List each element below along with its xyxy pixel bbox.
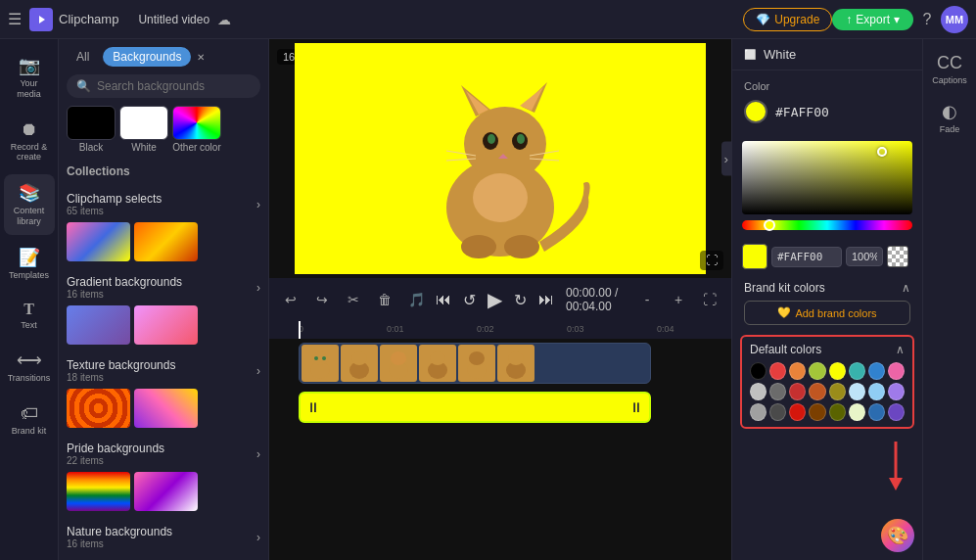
timeline-area: 0 0:01 0:02 0:03 0:04 0:05 0:0: bbox=[269, 321, 731, 560]
color-dot[interactable] bbox=[769, 362, 786, 380]
play-button[interactable]: ▶ bbox=[488, 288, 502, 311]
zoom-out-button[interactable]: - bbox=[633, 286, 661, 313]
expand-button[interactable]: ⛶ bbox=[700, 251, 723, 270]
color-dot[interactable] bbox=[789, 383, 806, 400]
bg-option-other[interactable]: Other color bbox=[172, 106, 221, 153]
hex-input[interactable] bbox=[771, 247, 842, 267]
upgrade-button[interactable]: 💎 Upgrade bbox=[743, 8, 832, 31]
collection-nature[interactable]: Nature backgrounds 16 items › bbox=[59, 519, 268, 555]
opacity-input[interactable] bbox=[846, 247, 883, 266]
tab-backgrounds-close[interactable]: ✕ bbox=[197, 47, 205, 67]
collection-texture[interactable]: Texture backgrounds 18 items › bbox=[59, 352, 268, 389]
color-dot[interactable] bbox=[868, 362, 885, 380]
sidebar-item-templates[interactable]: 📝 Templates bbox=[4, 239, 55, 289]
bg-swatch-black bbox=[67, 106, 116, 140]
color-dot[interactable] bbox=[849, 383, 865, 400]
rewind-button[interactable]: ↺ bbox=[463, 291, 476, 309]
collection-texture-name: Texture backgrounds bbox=[67, 358, 175, 372]
default-chevron-icon[interactable]: ∧ bbox=[896, 343, 905, 356]
delete-button[interactable]: 🗑 bbox=[371, 286, 398, 313]
skip-forward-button[interactable]: ⏭ bbox=[538, 291, 554, 308]
add-brand-button[interactable]: 💛 Add brand colors bbox=[744, 301, 910, 325]
color-swatch-big[interactable] bbox=[744, 100, 767, 123]
color-dot[interactable] bbox=[868, 403, 885, 421]
upgrade-label: Upgrade bbox=[774, 13, 819, 26]
help-button[interactable]: ? bbox=[913, 6, 941, 33]
sidebar-item-content-library[interactable]: 📚 Content library bbox=[4, 174, 55, 235]
color-dot[interactable] bbox=[888, 403, 905, 421]
audio-track-clip[interactable]: ⏸ ⏸ bbox=[299, 392, 651, 423]
redo-button[interactable]: ↪ bbox=[308, 286, 336, 313]
undo-button[interactable]: ↩ bbox=[277, 286, 304, 313]
clip-thumb-5 bbox=[458, 345, 495, 382]
color-dot[interactable] bbox=[829, 383, 846, 400]
color-dot[interactable] bbox=[809, 362, 825, 380]
color-dot[interactable] bbox=[789, 362, 806, 380]
color-gradient-bg[interactable] bbox=[742, 141, 912, 214]
sidebar-item-transitions[interactable]: ⟷ Transitions bbox=[4, 342, 55, 392]
palette-button[interactable]: 🎨 bbox=[881, 519, 914, 552]
gradient-cursor bbox=[877, 147, 887, 157]
topbar: ☰ Clipchamp Untitled video ☁ 💎 Upgrade ↑… bbox=[0, 0, 976, 39]
collection-gradient[interactable]: Gradient backgrounds 16 items › bbox=[59, 269, 268, 305]
search-bar[interactable]: 🔍 bbox=[67, 74, 260, 98]
zoom-in-button[interactable]: + bbox=[665, 286, 692, 313]
forward-button[interactable]: ↻ bbox=[514, 291, 527, 309]
search-input[interactable] bbox=[97, 79, 251, 93]
color-dot[interactable] bbox=[769, 403, 786, 421]
color-dot[interactable] bbox=[868, 383, 885, 400]
time-current: 00:00.00 bbox=[566, 286, 612, 300]
ruler-1: 0:01 bbox=[387, 324, 404, 334]
video-viewport: 16:9 bbox=[269, 39, 731, 278]
collection-thumbs-pride bbox=[59, 472, 268, 519]
fullscreen-button[interactable]: ⛶ bbox=[696, 286, 723, 313]
svg-point-19 bbox=[473, 173, 528, 222]
color-dot[interactable] bbox=[789, 403, 806, 421]
sidebar-item-your-media[interactable]: 📷 Your media bbox=[4, 47, 55, 108]
color-dot[interactable] bbox=[888, 383, 905, 400]
collection-pride-name: Pride backgrounds bbox=[67, 442, 164, 455]
color-dot[interactable] bbox=[849, 403, 865, 421]
brand-chevron-icon[interactable]: ∧ bbox=[902, 281, 910, 295]
captions-button[interactable]: CC Captions bbox=[928, 47, 971, 91]
color-dot[interactable] bbox=[809, 403, 825, 421]
color-dot[interactable] bbox=[750, 403, 767, 421]
tab-backgrounds[interactable]: Backgrounds bbox=[103, 47, 191, 67]
color-dot[interactable] bbox=[829, 403, 846, 421]
svg-point-11 bbox=[517, 134, 525, 144]
color-dot[interactable] bbox=[750, 362, 767, 380]
fade-button[interactable]: ◐ Fade bbox=[936, 95, 964, 140]
color-dot[interactable] bbox=[750, 383, 767, 400]
bg-option-white[interactable]: White bbox=[119, 106, 168, 153]
sidebar-item-brand-kit[interactable]: 🏷 Brand kit bbox=[4, 396, 55, 444]
collapse-right-button[interactable]: › bbox=[721, 142, 731, 176]
video-title[interactable]: Untitled video bbox=[138, 13, 209, 26]
color-dot[interactable] bbox=[769, 383, 786, 400]
collection-pride[interactable]: Pride backgrounds 22 items › bbox=[59, 436, 268, 472]
split-button[interactable]: ✂ bbox=[340, 286, 367, 313]
zoom-controls: - + ⛶ bbox=[633, 286, 723, 313]
color-dot[interactable] bbox=[829, 362, 846, 380]
collection-info-texture: Texture backgrounds 18 items bbox=[67, 358, 175, 383]
video-track-clip[interactable] bbox=[299, 343, 651, 384]
hue-slider[interactable] bbox=[742, 220, 912, 230]
collection-clipchamp-selects[interactable]: Clipchamp selects 65 items › bbox=[59, 186, 268, 222]
avatar[interactable]: MM bbox=[941, 6, 968, 33]
color-dot[interactable] bbox=[849, 362, 865, 380]
color-swatch-small[interactable] bbox=[742, 244, 767, 269]
collections-label: Collections bbox=[59, 161, 268, 186]
svg-point-3 bbox=[464, 107, 546, 181]
bg-option-black[interactable]: Black bbox=[67, 106, 116, 153]
transparency-icon[interactable] bbox=[887, 246, 908, 267]
color-label: Color bbox=[744, 80, 910, 92]
sidebar-item-record[interactable]: ⏺ Record & create bbox=[4, 112, 55, 171]
color-dot[interactable] bbox=[888, 362, 905, 380]
tab-all[interactable]: All bbox=[67, 47, 99, 67]
export-button[interactable]: ↑ Export ▾ bbox=[832, 9, 913, 30]
brand-kit-section: Brand kit colors ∧ 💛 Add brand colors bbox=[732, 277, 922, 331]
hamburger-button[interactable]: ☰ bbox=[8, 10, 22, 28]
skip-back-button[interactable]: ⏮ bbox=[436, 291, 451, 308]
add-audio-button[interactable]: 🎵 bbox=[402, 286, 430, 313]
sidebar-item-text[interactable]: T Text bbox=[4, 293, 55, 339]
color-dot[interactable] bbox=[809, 383, 825, 400]
